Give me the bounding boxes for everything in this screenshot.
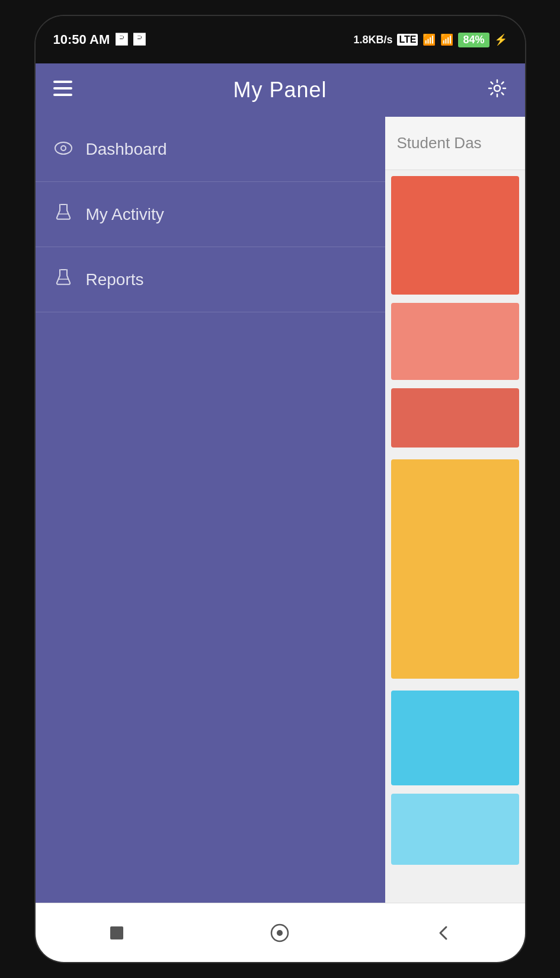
- svg-rect-8: [110, 926, 123, 939]
- phone-frame: 10:50 AM 🅿 🅿 1.8KB/s LTE 📶 📶 84% ⚡: [34, 15, 526, 963]
- svg-point-10: [277, 930, 283, 936]
- svg-point-4: [55, 142, 72, 154]
- hamburger-icon[interactable]: [53, 80, 72, 100]
- status-bar: 10:50 AM 🅿 🅿 1.8KB/s LTE 📶 📶 84% ⚡: [36, 16, 525, 63]
- flask-icon-1: [53, 203, 74, 225]
- card-lightblue: [391, 794, 519, 865]
- signal-icon: 📶: [423, 33, 436, 46]
- flask-icon-2: [53, 269, 74, 290]
- sidebar-empty-space: [36, 312, 385, 903]
- app-header: My Panel: [36, 63, 525, 117]
- header-title: My Panel: [233, 78, 327, 103]
- sidebar-dashboard-label: Dashboard: [86, 140, 167, 159]
- sidebar-item-my-activity[interactable]: My Activity: [36, 182, 385, 247]
- p-icon-2: 🅿: [133, 33, 145, 47]
- svg-rect-1: [53, 87, 72, 90]
- sidebar-myactivity-label: My Activity: [86, 205, 164, 224]
- lte-icon: LTE: [397, 34, 418, 46]
- sidebar-item-reports[interactable]: Reports: [36, 247, 385, 312]
- battery-display: 84%: [458, 33, 489, 47]
- sidebar-reports-label: Reports: [86, 270, 144, 289]
- svg-point-3: [494, 85, 500, 91]
- p-icon-1: 🅿: [116, 33, 127, 47]
- cards-container: [385, 170, 525, 903]
- svg-rect-2: [53, 94, 72, 96]
- card-salmon: [391, 303, 519, 380]
- svg-rect-0: [53, 81, 72, 83]
- card-coral: [391, 388, 519, 448]
- main-content: Student Das: [385, 117, 525, 903]
- wifi-icon: 📶: [440, 33, 453, 46]
- status-left: 10:50 AM 🅿 🅿: [53, 32, 146, 47]
- card-red: [391, 176, 519, 295]
- home-button[interactable]: [262, 915, 297, 951]
- card-blue: [391, 691, 519, 785]
- main-content-header: Student Das: [385, 117, 525, 170]
- card-yellow: [391, 459, 519, 679]
- time-display: 10:50 AM: [53, 32, 110, 47]
- charging-icon: ⚡: [494, 33, 507, 46]
- stop-button[interactable]: [99, 915, 135, 951]
- status-right: 1.8KB/s LTE 📶 📶 84% ⚡: [353, 33, 507, 47]
- bottom-nav: [36, 903, 525, 962]
- back-button[interactable]: [425, 915, 461, 951]
- network-speed: 1.8KB/s: [353, 34, 392, 46]
- eye-icon: [53, 140, 74, 159]
- sidebar-item-dashboard[interactable]: Dashboard: [36, 117, 385, 182]
- gear-icon[interactable]: [488, 79, 507, 102]
- main-panel-title: Student Das: [397, 134, 482, 152]
- app-body: Dashboard My Activity: [36, 117, 525, 903]
- sidebar: Dashboard My Activity: [36, 117, 385, 903]
- svg-point-5: [61, 146, 66, 151]
- app-container: My Panel: [36, 63, 525, 903]
